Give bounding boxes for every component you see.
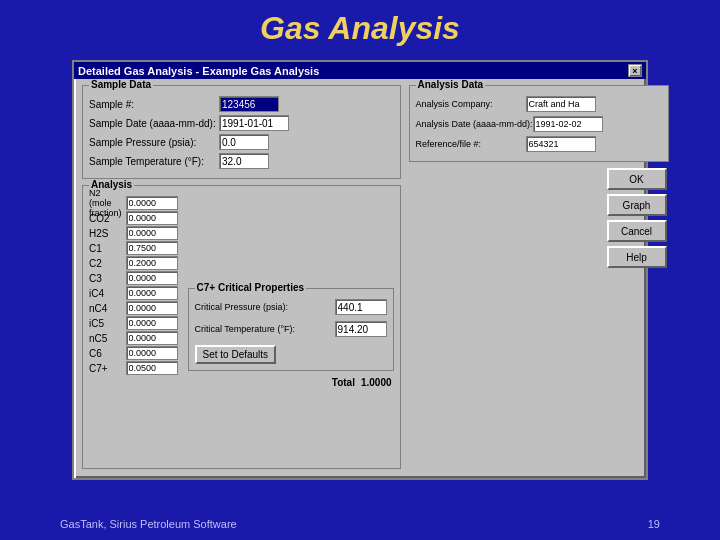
compound-nc5: nC5: [89, 331, 122, 345]
compound-nc4: nC4: [89, 301, 122, 315]
sample-temp-label: Sample Temperature (°F):: [89, 156, 219, 167]
ref-input[interactable]: [526, 136, 596, 152]
footer-right: 19: [648, 518, 660, 530]
dialog-title: Detailed Gas Analysis - Example Gas Anal…: [78, 65, 319, 77]
set-defaults-button[interactable]: Set to Defaults: [195, 345, 277, 364]
analysis-date-input[interactable]: [533, 116, 603, 132]
sample-pressure-label: Sample Pressure (psia):: [89, 137, 219, 148]
value-c6[interactable]: [126, 346, 178, 360]
ref-label: Reference/file #:: [416, 139, 526, 149]
compound-c7plus: C7+: [89, 361, 122, 375]
compound-c6: C6: [89, 346, 122, 360]
close-button[interactable]: ×: [628, 64, 642, 77]
value-c7plus[interactable]: [126, 361, 178, 375]
analysis-data-group: Analysis Data Analysis Company: Analysis…: [409, 85, 669, 162]
c7-properties-group: C7+ Critical Properties Critical Pressur…: [188, 288, 394, 371]
total-value: 1.0000: [361, 377, 392, 388]
dialog: Detailed Gas Analysis - Example Gas Anal…: [72, 60, 648, 480]
critical-temp-input[interactable]: [335, 321, 387, 337]
critical-temp-label: Critical Temperature (°F):: [195, 324, 335, 334]
value-ic4[interactable]: [126, 286, 178, 300]
value-co2[interactable]: [126, 211, 178, 225]
compound-c3: C3: [89, 271, 122, 285]
sample-temp-input[interactable]: [219, 153, 269, 169]
company-input[interactable]: [526, 96, 596, 112]
footer-left: GasTank, Sirius Petroleum Software: [60, 518, 237, 530]
cancel-button[interactable]: Cancel: [607, 220, 667, 242]
value-ic5[interactable]: [126, 316, 178, 330]
total-label: Total: [332, 377, 355, 388]
value-nc5[interactable]: [126, 331, 178, 345]
value-c3[interactable]: [126, 271, 178, 285]
compound-ic4: iC4: [89, 286, 122, 300]
critical-pressure-input[interactable]: [335, 299, 387, 315]
analysis-date-label: Analysis Date (aaaa-mm-dd):: [416, 119, 533, 129]
compound-n2: N2 (mole fraction): [89, 196, 122, 210]
value-n2[interactable]: [126, 196, 178, 210]
compound-c2: C2: [89, 256, 122, 270]
graph-button[interactable]: Graph: [607, 194, 667, 216]
help-button[interactable]: Help: [607, 246, 667, 268]
value-nc4[interactable]: [126, 301, 178, 315]
value-h2s[interactable]: [126, 226, 178, 240]
critical-pressure-label: Critical Pressure (psia):: [195, 302, 335, 312]
page-title: Gas Analysis: [0, 0, 720, 55]
value-c2[interactable]: [126, 256, 178, 270]
sample-pressure-input[interactable]: [219, 134, 269, 150]
sample-data-label: Sample Data: [89, 79, 153, 90]
dialog-titlebar: Detailed Gas Analysis - Example Gas Anal…: [74, 62, 646, 79]
sample-date-label: Sample Date (aaaa-mm-dd):: [89, 118, 219, 129]
value-c1[interactable]: [126, 241, 178, 255]
sample-data-group: Sample Data Sample #: Sample Date (aaaa-…: [82, 85, 401, 179]
analysis-group: Analysis N2 (mole fraction) CO2 H2S C1 C…: [82, 185, 401, 469]
analysis-data-label: Analysis Data: [416, 79, 486, 90]
analysis-label: Analysis: [89, 179, 134, 190]
compound-h2s: H2S: [89, 226, 122, 240]
sample-num-label: Sample #:: [89, 99, 219, 110]
c7-label: C7+ Critical Properties: [195, 282, 307, 293]
buttons-panel: OK Graph Cancel Help: [409, 168, 669, 272]
compound-co2: CO2: [89, 211, 122, 225]
compound-ic5: iC5: [89, 316, 122, 330]
sample-num-input[interactable]: [219, 96, 279, 112]
company-label: Analysis Company:: [416, 99, 526, 109]
sample-date-input[interactable]: [219, 115, 289, 131]
ok-button[interactable]: OK: [607, 168, 667, 190]
compound-c1: C1: [89, 241, 122, 255]
